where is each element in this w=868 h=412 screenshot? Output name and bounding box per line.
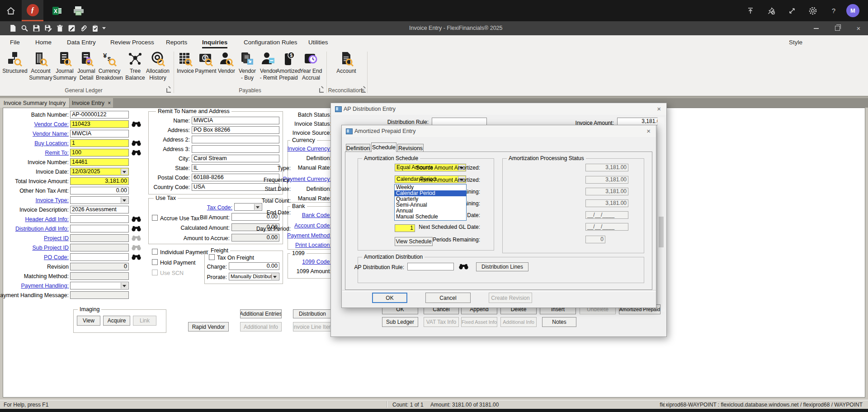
ap-distribution-rule-binoculars-icon[interactable]: [459, 264, 468, 270]
search-icon[interactable]: [21, 24, 28, 32]
unpin-icon[interactable]: [762, 0, 780, 21]
menu-review-process[interactable]: Review Process: [110, 39, 154, 46]
distribution-addl-info-label[interactable]: Distribution Addl Info:: [15, 226, 69, 232]
qat-dropdown-icon[interactable]: [102, 27, 106, 31]
ribbon-year-end-accrual-button[interactable]: Year EndAccrual: [297, 52, 325, 81]
expand-icon[interactable]: [783, 0, 801, 21]
payment-handling-label[interactable]: Payment Handling:: [21, 283, 69, 289]
po-code-field[interactable]: [70, 253, 129, 261]
project-id-label[interactable]: Project ID: [44, 235, 69, 242]
invoice-date-dropdown-icon[interactable]: [121, 169, 128, 175]
amortized-dialog-titlebar[interactable]: Amortized Prepaid Entry ×: [342, 125, 656, 137]
view-button[interactable]: View: [77, 316, 100, 326]
view-schedule-button[interactable]: View Schedule: [395, 237, 433, 246]
header-addl-info-field[interactable]: [70, 215, 129, 223]
buy-location-field[interactable]: 1: [70, 139, 129, 147]
invoice-type-dropdown-icon[interactable]: [121, 197, 128, 203]
print-preview-icon[interactable]: [69, 0, 89, 21]
ap-sub-ledger-button[interactable]: Sub Ledger: [382, 317, 418, 327]
distribution-button[interactable]: Distribution: [293, 309, 332, 318]
ap-dialog-scrollbar-thumb[interactable]: [659, 217, 664, 247]
header-addl-info-binoculars-icon[interactable]: [132, 216, 141, 222]
tab-invoice-summary-inquiry[interactable]: Invoice Summary Inquiry: [0, 98, 70, 108]
state-field[interactable]: IL: [192, 164, 279, 172]
tax-code-field[interactable]: [234, 203, 262, 211]
delete-icon[interactable]: [56, 24, 64, 32]
style-menu[interactable]: Style: [789, 39, 802, 46]
ap-dialog-scrollbar[interactable]: [657, 117, 665, 312]
invoice-currency-label[interactable]: Invoice Currency:: [288, 146, 331, 152]
city-field[interactable]: Carol Stream: [192, 155, 279, 162]
save-as-icon[interactable]: [44, 24, 52, 32]
ok-button[interactable]: OK: [372, 293, 407, 303]
edit-icon[interactable]: [68, 24, 75, 32]
menu-data-entry[interactable]: Data Entry: [67, 39, 96, 46]
ap-notes-button[interactable]: Notes: [542, 317, 576, 327]
day-of-period-field[interactable]: 1: [395, 224, 415, 232]
hold-payment-checkbox[interactable]: [152, 259, 158, 265]
close-button[interactable]: ×: [851, 21, 866, 35]
tab-revisions[interactable]: Revisions: [397, 144, 424, 152]
save-icon[interactable]: [33, 24, 40, 32]
distribution-addl-info-binoculars-icon[interactable]: [132, 226, 141, 232]
address-2-field[interactable]: [192, 136, 279, 143]
rapid-vendor-button[interactable]: Rapid Vendor: [188, 322, 229, 331]
excel-icon[interactable]: X: [47, 0, 67, 21]
ribbon-allocation-history-button[interactable]: AllocationHistory: [144, 52, 171, 81]
print-location-label[interactable]: Print Location:: [295, 242, 331, 249]
buy-location-label[interactable]: Buy Location:: [34, 140, 69, 147]
tab-close-icon[interactable]: ×: [108, 100, 111, 106]
menu-inquiries[interactable]: Inquiries: [202, 39, 227, 48]
prorate-field[interactable]: Manually Distribute: [229, 273, 279, 280]
restore-button[interactable]: [830, 21, 845, 35]
distribution-rule-field[interactable]: [432, 118, 487, 125]
ap-dialog-titlebar[interactable]: AP Distribution Entry ×: [331, 103, 666, 115]
acquire-button[interactable]: Acquire: [103, 316, 130, 326]
tax-on-freight-checkbox[interactable]: [209, 254, 215, 260]
vendor-code-label[interactable]: Vendor Code:: [34, 121, 69, 128]
new-document-icon[interactable]: [9, 24, 17, 32]
vendor-name-field[interactable]: MWCIA: [70, 130, 129, 137]
total-invoice-amount-field[interactable]: 3,181.00: [70, 177, 129, 185]
remit-to-binoculars-icon[interactable]: [132, 150, 141, 156]
ap-distribution-rule-field[interactable]: [407, 263, 454, 270]
batch-number-field[interactable]: AP-00000122: [70, 111, 129, 118]
account-code-label[interactable]: Account Code:: [294, 223, 331, 229]
minimize-button[interactable]: [808, 21, 824, 35]
code-1099-label[interactable]: 1099 Code:: [302, 259, 331, 265]
vendor-code-field[interactable]: 110423: [70, 120, 129, 128]
prorate-dropdown-icon[interactable]: [271, 274, 278, 279]
po-code-label[interactable]: PO Code:: [44, 254, 69, 261]
invoice-date-field[interactable]: 12/03/2025: [70, 168, 129, 175]
header-addl-info-label[interactable]: Header Addl Info:: [25, 216, 69, 223]
menu-file[interactable]: File: [10, 39, 20, 46]
ribbon-account-button[interactable]: Account: [333, 52, 360, 75]
attachment-icon[interactable]: [80, 24, 87, 32]
name-field[interactable]: MWCIA: [192, 117, 279, 124]
buy-location-binoculars-icon[interactable]: [132, 140, 141, 146]
individual-payment-checkbox[interactable]: [152, 249, 158, 255]
avatar[interactable]: M: [846, 4, 859, 17]
other-non-tax-amt-field[interactable]: 0.00: [70, 187, 129, 194]
home-icon[interactable]: [1, 0, 21, 21]
payment-method-label[interactable]: Payment Method:: [287, 232, 331, 239]
menu-reports[interactable]: Reports: [166, 39, 187, 46]
additional-entries-button[interactable]: Additional Entries: [240, 309, 282, 318]
help-icon[interactable]: ?: [826, 0, 842, 21]
upload-icon[interactable]: [741, 0, 760, 21]
menu-utilities[interactable]: Utilities: [308, 39, 328, 46]
vendor-name-label[interactable]: Vendor Name:: [33, 131, 69, 137]
distribution-addl-info-field[interactable]: [70, 225, 129, 232]
invoice-number-field[interactable]: 14461: [70, 158, 129, 166]
distribution-lines-button[interactable]: Distribution Lines: [476, 262, 528, 271]
frequency-option-manual-schedule[interactable]: Manual Schedule: [395, 214, 466, 220]
settings-gear-icon[interactable]: [804, 0, 822, 21]
invoice-type-label[interactable]: Invoice Type:: [36, 197, 69, 204]
ap-dialog-close-icon[interactable]: ×: [657, 105, 661, 113]
bank-code-label[interactable]: Bank Code:: [302, 212, 331, 219]
payment-handling-field[interactable]: [70, 282, 129, 289]
remit-to-field[interactable]: 100: [70, 149, 129, 156]
address-field[interactable]: PO Box 88266: [192, 126, 279, 134]
tab-definition[interactable]: Definition: [346, 144, 370, 152]
ribbon-account-summary-button[interactable]: AccountSummary: [27, 52, 54, 81]
